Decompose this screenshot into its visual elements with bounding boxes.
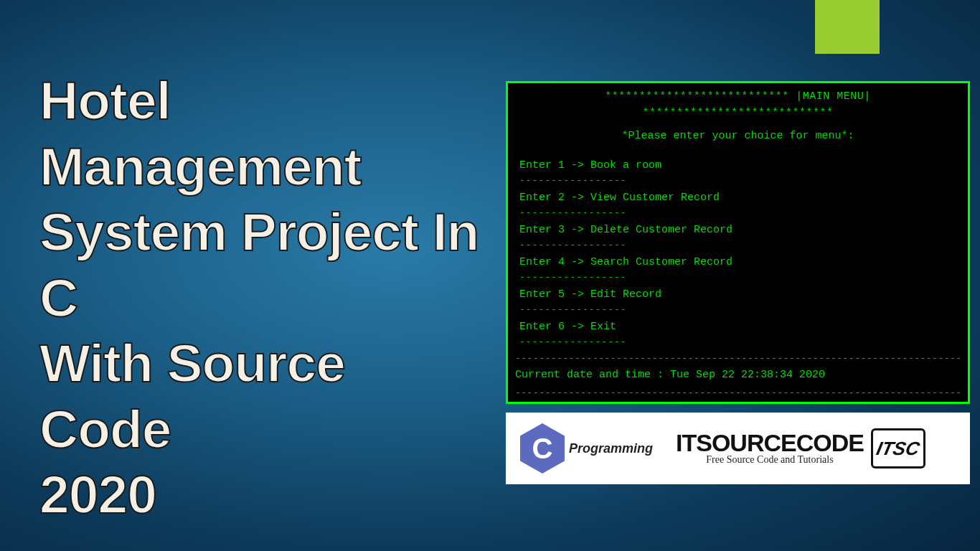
menu-item-3: Enter 3 -> Delete Customer Record bbox=[519, 222, 961, 239]
slide-title: Hotel Management System Project In C Wit… bbox=[39, 68, 484, 528]
menu-item-6: Enter 6 -> Exit bbox=[519, 319, 961, 336]
divider: ----------------- bbox=[519, 174, 961, 188]
c-programming-logo: C Programming bbox=[506, 413, 667, 484]
title-line-1: Hotel Management bbox=[39, 68, 484, 199]
terminal-datetime: Current date and time : Tue Sep 22 22:38… bbox=[515, 367, 961, 384]
menu-item-1: Enter 1 -> Book a room bbox=[519, 158, 961, 174]
title-line-4: 2020 bbox=[39, 462, 484, 528]
divider: ----------------- bbox=[519, 206, 961, 220]
long-divider: ----------------------------------------… bbox=[515, 386, 961, 400]
long-divider: ----------------------------------------… bbox=[515, 352, 961, 366]
terminal-header: *************************** |MAIN MENU| … bbox=[515, 89, 961, 121]
c-label: Programming bbox=[569, 441, 653, 456]
itsourcecode-logo: ITSOURCECODE Free Source Code and Tutori… bbox=[667, 413, 970, 484]
c-letter: C bbox=[532, 433, 553, 465]
menu-item-5: Enter 5 -> Edit Record bbox=[519, 287, 961, 303]
divider: ----------------- bbox=[519, 303, 961, 317]
itsc-text-block: ITSOURCECODE Free Source Code and Tutori… bbox=[676, 431, 864, 466]
c-hexagon-icon: C bbox=[520, 423, 565, 474]
itsc-tagline: Free Source Code and Tutorials bbox=[676, 454, 864, 466]
logo-row: C Programming ITSOURCECODE Free Source C… bbox=[506, 413, 970, 484]
terminal-window: *************************** |MAIN MENU| … bbox=[506, 81, 970, 404]
title-line-2: System Project In C bbox=[39, 199, 484, 331]
title-line-3: With Source Code bbox=[39, 331, 484, 462]
itsc-badge-text: ITSC bbox=[875, 438, 922, 460]
accent-bar bbox=[815, 0, 880, 54]
divider: ----------------- bbox=[519, 270, 961, 285]
terminal-prompt: *Please enter your choice for menu*: bbox=[515, 128, 961, 145]
menu-item-2: Enter 2 -> View Customer Record bbox=[519, 190, 961, 207]
menu-item-4: Enter 4 -> Search Customer Record bbox=[519, 255, 961, 271]
itsc-badge-icon: ITSC bbox=[871, 428, 925, 468]
divider: ----------------- bbox=[519, 335, 961, 349]
itsc-brand-name: ITSOURCECODE bbox=[676, 431, 864, 454]
divider: ----------------- bbox=[519, 238, 961, 253]
